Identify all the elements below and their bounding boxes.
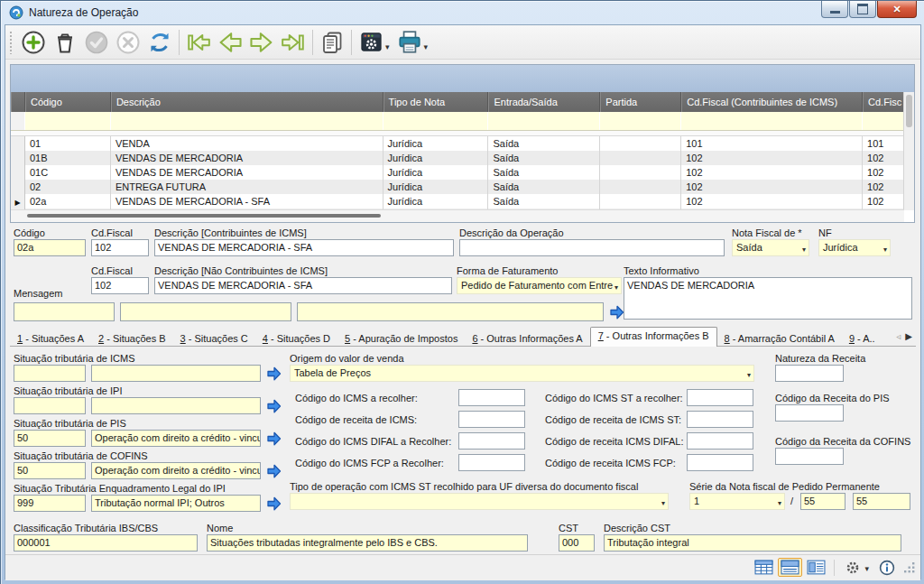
tab-outras-informacoes-b[interactable]: 7 - Outras Informações B: [590, 327, 717, 347]
table-cell[interactable]: Saída: [488, 165, 600, 180]
filter-cell[interactable]: [488, 112, 600, 130]
filter-cell[interactable]: [600, 112, 681, 130]
print-dropdown-caret[interactable]: ▾: [424, 42, 429, 51]
tab-situacoes-a[interactable]: 1 - Situações A: [10, 331, 91, 347]
table-cell[interactable]: 02: [25, 180, 111, 194]
table-cell[interactable]: 102: [681, 194, 863, 209]
table-cell[interactable]: [600, 136, 681, 151]
table-cell[interactable]: VENDA: [111, 136, 383, 151]
sit-enq-ipi-code-field[interactable]: 999: [14, 495, 86, 512]
receita-icms-difal-field[interactable]: [687, 432, 753, 450]
table-cell[interactable]: 101: [681, 136, 863, 151]
mensagem-field-2[interactable]: [120, 302, 291, 321]
table-cell[interactable]: 102: [681, 151, 863, 165]
sit-pis-desc-field[interactable]: Operação com direito a crédito - vincul: [91, 430, 261, 447]
tab-situacoes-c[interactable]: 3 - Situações C: [173, 331, 255, 347]
cst-field[interactable]: 000: [559, 534, 595, 552]
table-cell[interactable]: Saída: [488, 180, 600, 194]
natureza-receita-field[interactable]: [775, 365, 844, 382]
classif-ibs-field[interactable]: 000001: [14, 534, 198, 552]
table-cell[interactable]: 102: [681, 180, 863, 194]
filter-cell[interactable]: [863, 112, 904, 130]
tipo-operacao-st-select[interactable]: ▾: [290, 493, 669, 510]
table-cell[interactable]: 02a: [25, 194, 111, 209]
serie-nf-select[interactable]: 1 ▾: [689, 493, 785, 510]
refresh-button[interactable]: [144, 27, 175, 57]
nota-fiscal-de-select[interactable]: Saída ▾: [732, 239, 809, 256]
table-cell[interactable]: ENTREGA FUTURA: [111, 180, 383, 194]
desc-contrib-field[interactable]: VENDAS DE MERCADORIA - SFA: [154, 239, 454, 256]
column-header[interactable]: Partida: [600, 92, 681, 112]
table-cell[interactable]: Jurídica: [383, 151, 489, 165]
filter-cell[interactable]: [383, 112, 489, 130]
tab-situacoes-d[interactable]: 4 - Situações D: [255, 331, 337, 347]
table-cell[interactable]: 102: [863, 165, 904, 180]
filter-cell[interactable]: [25, 112, 111, 130]
table-cell[interactable]: [600, 165, 681, 180]
next-record-button[interactable]: [246, 27, 277, 57]
mensagem-field-1[interactable]: [14, 302, 115, 321]
receita-icms-fcp-field[interactable]: [687, 454, 753, 471]
view-detail-button[interactable]: [804, 558, 828, 577]
table-cell[interactable]: 102: [681, 165, 863, 180]
tab-amarracao-contabil-a[interactable]: 8 - Amarração Contábil A: [717, 331, 842, 347]
table-cell[interactable]: VENDAS DE MERCADORIA: [111, 151, 383, 165]
table-row[interactable]: 01 VENDA Jurídica Saída 101 101: [11, 136, 904, 151]
codigo-field[interactable]: 02a: [14, 239, 86, 256]
receita-icms-st-field[interactable]: [687, 411, 753, 428]
sit-cofins-desc-field[interactable]: Operação com direito a crédito - vincul: [91, 462, 261, 479]
delete-button[interactable]: [50, 27, 80, 57]
texto-informativo-memo[interactable]: VENDAS DE MERCADORIA: [624, 277, 912, 320]
tab-apuracao-impostos[interactable]: 5 - Apuração de Impostos: [337, 331, 465, 347]
table-row-selected[interactable]: ▶ 02a VENDAS DE MERCADORIA - SFA Jurídic…: [11, 194, 904, 209]
sit-ipi-code-field[interactable]: [14, 397, 86, 414]
table-cell[interactable]: [600, 194, 681, 209]
cd-fiscal-field-1[interactable]: 102: [91, 239, 149, 256]
table-row[interactable]: 01C VENDAS DE MERCADORIA Jurídica Saída …: [11, 165, 904, 180]
close-button[interactable]: ✕: [877, 1, 917, 18]
tab-situacoes-b[interactable]: 2 - Situações B: [91, 331, 173, 347]
horizontal-scrollbar-thumb[interactable]: [27, 214, 381, 218]
settings-gear-button[interactable]: [840, 558, 864, 577]
receita-icms-field[interactable]: [458, 411, 525, 428]
table-cell[interactable]: Jurídica: [383, 136, 489, 151]
table-cell[interactable]: 102: [863, 151, 904, 165]
vertical-scrollbar-thumb[interactable]: [906, 95, 912, 127]
tab-scroll-left-icon[interactable]: ◃: [896, 331, 901, 341]
table-cell[interactable]: Jurídica: [383, 180, 489, 194]
origem-venda-select[interactable]: Tabela de Preços ▾: [290, 365, 754, 382]
resize-grip[interactable]: [904, 562, 915, 573]
table-cell[interactable]: VENDAS DE MERCADORIA - SFA: [111, 194, 383, 209]
forma-faturamento-select[interactable]: Pedido de Faturamento com Entre ▾: [457, 277, 622, 294]
desc-nao-contrib-field[interactable]: VENDAS DE MERCADORIA - SFA: [154, 277, 452, 294]
add-button[interactable]: [18, 27, 49, 57]
table-cell[interactable]: VENDAS DE MERCADORIA: [111, 165, 383, 180]
sit-icms-code-field[interactable]: [14, 365, 86, 382]
sit-pis-lookup-button[interactable]: [264, 431, 282, 448]
tab-scroll-right-icon[interactable]: ▶: [905, 331, 912, 341]
modelo-nf-field-2[interactable]: 55: [853, 493, 910, 510]
table-cell[interactable]: 01C: [25, 165, 111, 180]
mensagem-lookup-button[interactable]: [607, 304, 625, 321]
sit-icms-desc-field[interactable]: [91, 365, 261, 382]
receita-pis-field[interactable]: [775, 404, 844, 422]
print-button[interactable]: [394, 27, 425, 57]
desc-cst-field[interactable]: Tributação integral: [604, 534, 901, 552]
table-cell[interactable]: 101: [863, 136, 904, 151]
table-cell[interactable]: 01B: [25, 151, 111, 165]
column-header[interactable]: Cd.Fiscal (Contribuintes de ICMS): [681, 92, 863, 112]
table-cell[interactable]: 102: [863, 194, 904, 209]
filter-cell[interactable]: [111, 112, 383, 130]
mensagem-field-3[interactable]: [297, 302, 604, 321]
column-header[interactable]: Código: [25, 92, 111, 112]
desc-operacao-field[interactable]: [459, 239, 725, 256]
column-header[interactable]: Descrição: [111, 92, 383, 112]
icms-fcp-field[interactable]: [458, 454, 525, 471]
table-row[interactable]: 01B VENDAS DE MERCADORIA Jurídica Saída …: [11, 151, 904, 165]
view-grid-button[interactable]: [752, 558, 776, 577]
settings-dropdown-caret[interactable]: ▾: [864, 564, 869, 573]
table-cell[interactable]: 102: [863, 180, 904, 194]
column-header[interactable]: Tipo de Nota: [383, 92, 489, 112]
options-button[interactable]: [356, 27, 386, 57]
sit-enq-ipi-desc-field[interactable]: Tributação normal IPI; Outros: [91, 495, 261, 512]
